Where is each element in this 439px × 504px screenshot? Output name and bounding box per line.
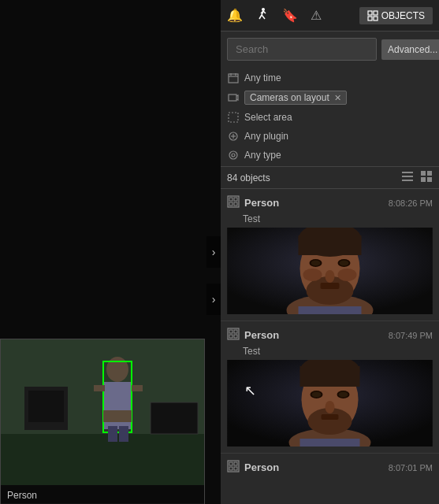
bookmark-icon[interactable]: 🔖: [282, 8, 298, 23]
svg-rect-42: [229, 198, 233, 201]
result-label-0: Test: [243, 213, 433, 224]
svg-rect-11: [103, 410, 132, 422]
plugin-icon: [227, 130, 240, 143]
svg-rect-60: [321, 283, 340, 289]
svg-rect-85: [234, 467, 237, 470]
objects-button[interactable]: OBJECTS: [359, 7, 433, 24]
cameras-on-layout-chip[interactable]: Cameras on layout ✕: [244, 91, 347, 105]
left-chevron-button[interactable]: ›: [206, 236, 221, 268]
objects-count-text: 84 objects: [227, 172, 270, 183]
svg-point-33: [232, 154, 235, 157]
result-item-0[interactable]: Person 8:08:26 PM Test: [221, 189, 439, 321]
svg-point-58: [340, 261, 349, 266]
svg-rect-35: [402, 176, 413, 177]
filter-select-area[interactable]: Select area: [227, 109, 433, 125]
filter-any-plugin[interactable]: Any plugin: [227, 128, 433, 144]
filter-cameras-on-layout[interactable]: Cameras on layout ✕: [227, 89, 433, 106]
any-time-label: Any time: [244, 72, 281, 83]
result-image-0[interactable]: [227, 228, 433, 314]
svg-rect-19: [368, 11, 372, 15]
result-type-icon-0: [227, 195, 240, 210]
cameras-chip-close[interactable]: ✕: [334, 93, 341, 103]
result-item-2[interactable]: Person 8:07:01 PM: [221, 454, 439, 484]
camera-image: [1, 339, 204, 485]
svg-point-4: [106, 357, 128, 382]
camera-filter-icon: [227, 91, 240, 104]
svg-rect-28: [229, 113, 238, 122]
svg-point-78: [326, 401, 335, 413]
result-type-1: Person: [244, 329, 279, 341]
search-bar: Advanced...: [221, 32, 439, 67]
svg-rect-36: [402, 180, 413, 181]
svg-point-77: [339, 392, 348, 398]
right-chevron-button[interactable]: ›: [206, 284, 221, 315]
camera-person-label: Person: [1, 485, 204, 504]
objects-count-bar: 84 objects: [221, 167, 439, 189]
svg-rect-43: [234, 198, 237, 201]
result-header-1: Person 8:07:49 PM: [227, 328, 433, 343]
walk-icon[interactable]: [255, 7, 270, 24]
advanced-button[interactable]: Advanced...: [381, 39, 439, 60]
svg-rect-9: [94, 385, 105, 391]
warning-icon[interactable]: ⚠: [311, 8, 322, 23]
result-image-1[interactable]: ↖: [227, 360, 433, 447]
svg-rect-83: [234, 462, 237, 465]
svg-line-15: [259, 15, 262, 19]
svg-rect-82: [229, 462, 233, 465]
result-type-2: Person: [244, 461, 279, 473]
camera-thumbnail[interactable]: Person: [0, 339, 205, 504]
svg-point-57: [311, 261, 321, 266]
result-header-left-0: Person: [227, 195, 279, 210]
result-header-2: Person 8:07:01 PM: [227, 460, 433, 475]
svg-rect-23: [229, 74, 238, 83]
svg-rect-27: [229, 94, 236, 101]
camera-label-text: Person: [7, 490, 37, 501]
filter-any-type[interactable]: Any type: [227, 147, 433, 163]
svg-rect-63: [229, 330, 233, 333]
svg-rect-7: [108, 426, 117, 442]
any-plugin-label: Any plugin: [244, 131, 288, 142]
right-panel: 🔔 🔖 ⚠: [221, 0, 439, 504]
svg-rect-10: [132, 385, 143, 391]
result-header-0: Person 8:08:26 PM: [227, 195, 433, 210]
svg-rect-38: [427, 171, 432, 176]
svg-rect-84: [229, 467, 233, 470]
result-item-1[interactable]: Person 8:07:49 PM Test: [221, 321, 439, 454]
left-camera-panel: Person › ›: [0, 0, 221, 504]
svg-rect-21: [368, 17, 372, 20]
result-time-1: 8:07:49 PM: [389, 331, 433, 340]
grid-view-icon[interactable]: [420, 170, 433, 185]
area-icon: [227, 111, 240, 124]
svg-rect-66: [234, 335, 237, 338]
nav-icons: 🔔 🔖 ⚠: [227, 7, 322, 24]
svg-rect-0: [1, 434, 204, 485]
view-icons: [401, 170, 433, 185]
svg-rect-20: [374, 11, 378, 15]
svg-rect-72: [300, 366, 360, 387]
svg-point-59: [326, 270, 335, 283]
search-input[interactable]: [227, 38, 377, 61]
result-type-icon-2: [227, 460, 240, 475]
any-type-label: Any type: [244, 150, 281, 161]
result-header-left-2: Person: [227, 460, 279, 475]
filter-any-time[interactable]: Any time: [227, 70, 433, 86]
top-nav: 🔔 🔖 ⚠: [221, 0, 439, 32]
svg-rect-80: [300, 439, 360, 447]
list-view-icon[interactable]: [401, 170, 414, 185]
result-label-1: Test: [243, 346, 433, 357]
svg-point-13: [262, 8, 265, 11]
svg-rect-45: [234, 202, 237, 206]
svg-rect-65: [229, 335, 233, 338]
svg-rect-51: [299, 235, 362, 255]
svg-rect-44: [229, 202, 233, 206]
svg-line-16: [262, 15, 265, 19]
bell-icon[interactable]: 🔔: [227, 8, 243, 23]
svg-rect-3: [28, 391, 64, 422]
select-area-label: Select area: [244, 112, 292, 123]
cameras-on-layout-label: Cameras on layout: [250, 92, 329, 103]
svg-rect-22: [374, 17, 378, 20]
room-background: [1, 339, 204, 485]
svg-rect-34: [402, 172, 413, 173]
result-type-0: Person: [244, 197, 279, 209]
result-header-left-1: Person: [227, 328, 279, 343]
